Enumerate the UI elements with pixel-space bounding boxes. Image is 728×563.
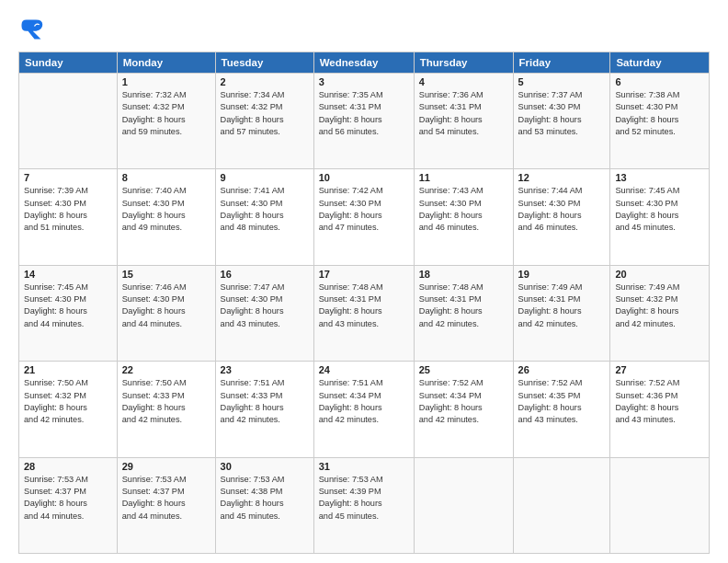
day-number: 16 [221,269,309,280]
day-number: 12 [518,172,606,183]
week-row-4: 21Sunrise: 7:50 AM Sunset: 4:32 PM Dayli… [19,362,710,457]
calendar-cell: 7Sunrise: 7:39 AM Sunset: 4:30 PM Daylig… [19,169,118,265]
day-number: 22 [122,364,210,375]
day-number: 2 [221,76,309,87]
day-info: Sunrise: 7:34 AM Sunset: 4:32 PM Dayligh… [221,89,309,138]
calendar-cell: 8Sunrise: 7:40 AM Sunset: 4:30 PM Daylig… [117,169,215,265]
day-number: 30 [221,461,309,472]
calendar-cell: 16Sunrise: 7:47 AM Sunset: 4:30 PM Dayli… [215,265,313,361]
col-tuesday: Tuesday [215,52,313,74]
day-info: Sunrise: 7:51 AM Sunset: 4:33 PM Dayligh… [221,377,309,426]
day-info: Sunrise: 7:35 AM Sunset: 4:31 PM Dayligh… [319,89,409,138]
day-number: 17 [319,269,409,280]
calendar-cell: 17Sunrise: 7:48 AM Sunset: 4:31 PM Dayli… [313,265,414,361]
calendar-cell: 25Sunrise: 7:52 AM Sunset: 4:34 PM Dayli… [414,362,513,457]
calendar-cell [19,74,118,169]
calendar-cell: 31Sunrise: 7:53 AM Sunset: 4:39 PM Dayli… [313,457,414,553]
calendar-cell: 21Sunrise: 7:50 AM Sunset: 4:32 PM Dayli… [19,362,118,457]
day-info: Sunrise: 7:36 AM Sunset: 4:31 PM Dayligh… [419,89,508,138]
day-number: 1 [122,76,210,87]
calendar-cell: 14Sunrise: 7:45 AM Sunset: 4:30 PM Dayli… [19,265,118,361]
day-info: Sunrise: 7:52 AM Sunset: 4:36 PM Dayligh… [615,377,704,426]
day-info: Sunrise: 7:53 AM Sunset: 4:37 PM Dayligh… [122,474,210,523]
day-number: 4 [419,76,508,87]
week-row-2: 7Sunrise: 7:39 AM Sunset: 4:30 PM Daylig… [19,169,710,265]
day-info: Sunrise: 7:41 AM Sunset: 4:30 PM Dayligh… [221,185,309,234]
col-monday: Monday [117,52,215,74]
calendar-cell: 1Sunrise: 7:32 AM Sunset: 4:32 PM Daylig… [117,74,215,169]
calendar-cell: 12Sunrise: 7:44 AM Sunset: 4:30 PM Dayli… [513,169,610,265]
day-info: Sunrise: 7:45 AM Sunset: 4:30 PM Dayligh… [615,185,704,234]
logo-icon [18,17,44,42]
page: Sunday Monday Tuesday Wednesday Thursday… [0,0,728,563]
day-number: 31 [319,461,409,472]
col-sunday: Sunday [19,52,118,74]
day-number: 24 [319,364,409,375]
col-thursday: Thursday [414,52,513,74]
day-number: 11 [419,172,508,183]
calendar-cell: 19Sunrise: 7:49 AM Sunset: 4:31 PM Dayli… [513,265,610,361]
day-info: Sunrise: 7:53 AM Sunset: 4:38 PM Dayligh… [221,474,309,523]
day-number: 23 [221,364,309,375]
week-row-3: 14Sunrise: 7:45 AM Sunset: 4:30 PM Dayli… [19,265,710,361]
calendar-cell: 11Sunrise: 7:43 AM Sunset: 4:30 PM Dayli… [414,169,513,265]
col-wednesday: Wednesday [313,52,414,74]
day-info: Sunrise: 7:37 AM Sunset: 4:30 PM Dayligh… [518,89,606,138]
calendar-cell: 29Sunrise: 7:53 AM Sunset: 4:37 PM Dayli… [117,457,215,553]
day-info: Sunrise: 7:46 AM Sunset: 4:30 PM Dayligh… [122,282,210,330]
calendar-cell: 9Sunrise: 7:41 AM Sunset: 4:30 PM Daylig… [215,169,313,265]
day-number: 5 [518,76,606,87]
header [18,17,710,42]
day-info: Sunrise: 7:38 AM Sunset: 4:30 PM Dayligh… [615,89,704,138]
calendar-cell: 28Sunrise: 7:53 AM Sunset: 4:37 PM Dayli… [19,457,118,553]
day-info: Sunrise: 7:52 AM Sunset: 4:34 PM Dayligh… [419,377,508,426]
day-info: Sunrise: 7:42 AM Sunset: 4:30 PM Dayligh… [319,185,409,234]
day-info: Sunrise: 7:53 AM Sunset: 4:39 PM Dayligh… [319,474,409,523]
calendar-cell: 27Sunrise: 7:52 AM Sunset: 4:36 PM Dayli… [610,362,710,457]
day-number: 25 [419,364,508,375]
day-number: 18 [419,269,508,280]
day-number: 28 [24,461,112,472]
calendar-cell: 23Sunrise: 7:51 AM Sunset: 4:33 PM Dayli… [215,362,313,457]
calendar-cell: 6Sunrise: 7:38 AM Sunset: 4:30 PM Daylig… [610,74,710,169]
calendar-cell [610,457,710,553]
day-info: Sunrise: 7:53 AM Sunset: 4:37 PM Dayligh… [24,474,112,523]
day-info: Sunrise: 7:50 AM Sunset: 4:32 PM Dayligh… [24,377,112,426]
day-number: 10 [319,172,409,183]
calendar-cell: 24Sunrise: 7:51 AM Sunset: 4:34 PM Dayli… [313,362,414,457]
day-info: Sunrise: 7:47 AM Sunset: 4:30 PM Dayligh… [221,282,309,330]
day-number: 3 [319,76,409,87]
day-info: Sunrise: 7:44 AM Sunset: 4:30 PM Dayligh… [518,185,606,234]
day-info: Sunrise: 7:52 AM Sunset: 4:35 PM Dayligh… [518,377,606,426]
day-number: 29 [122,461,210,472]
calendar-cell: 3Sunrise: 7:35 AM Sunset: 4:31 PM Daylig… [313,74,414,169]
calendar-cell: 26Sunrise: 7:52 AM Sunset: 4:35 PM Dayli… [513,362,610,457]
calendar-cell: 30Sunrise: 7:53 AM Sunset: 4:38 PM Dayli… [215,457,313,553]
day-number: 14 [24,269,112,280]
calendar-cell [513,457,610,553]
day-number: 6 [615,76,704,87]
calendar-table: Sunday Monday Tuesday Wednesday Thursday… [18,52,710,554]
logo [18,17,48,42]
day-number: 8 [122,172,210,183]
calendar-cell: 20Sunrise: 7:49 AM Sunset: 4:32 PM Dayli… [610,265,710,361]
calendar-cell: 10Sunrise: 7:42 AM Sunset: 4:30 PM Dayli… [313,169,414,265]
day-number: 27 [615,364,704,375]
calendar-cell: 13Sunrise: 7:45 AM Sunset: 4:30 PM Dayli… [610,169,710,265]
day-number: 19 [518,269,606,280]
day-info: Sunrise: 7:48 AM Sunset: 4:31 PM Dayligh… [319,282,409,330]
col-friday: Friday [513,52,610,74]
day-info: Sunrise: 7:39 AM Sunset: 4:30 PM Dayligh… [24,185,112,234]
header-row: Sunday Monday Tuesday Wednesday Thursday… [19,52,710,74]
calendar-cell: 18Sunrise: 7:48 AM Sunset: 4:31 PM Dayli… [414,265,513,361]
day-info: Sunrise: 7:49 AM Sunset: 4:31 PM Dayligh… [518,282,606,330]
day-info: Sunrise: 7:45 AM Sunset: 4:30 PM Dayligh… [24,282,112,330]
calendar-cell: 22Sunrise: 7:50 AM Sunset: 4:33 PM Dayli… [117,362,215,457]
calendar-cell: 4Sunrise: 7:36 AM Sunset: 4:31 PM Daylig… [414,74,513,169]
day-number: 7 [24,172,112,183]
calendar-cell [414,457,513,553]
week-row-1: 1Sunrise: 7:32 AM Sunset: 4:32 PM Daylig… [19,74,710,169]
day-number: 9 [221,172,309,183]
calendar-cell: 5Sunrise: 7:37 AM Sunset: 4:30 PM Daylig… [513,74,610,169]
calendar-cell: 2Sunrise: 7:34 AM Sunset: 4:32 PM Daylig… [215,74,313,169]
